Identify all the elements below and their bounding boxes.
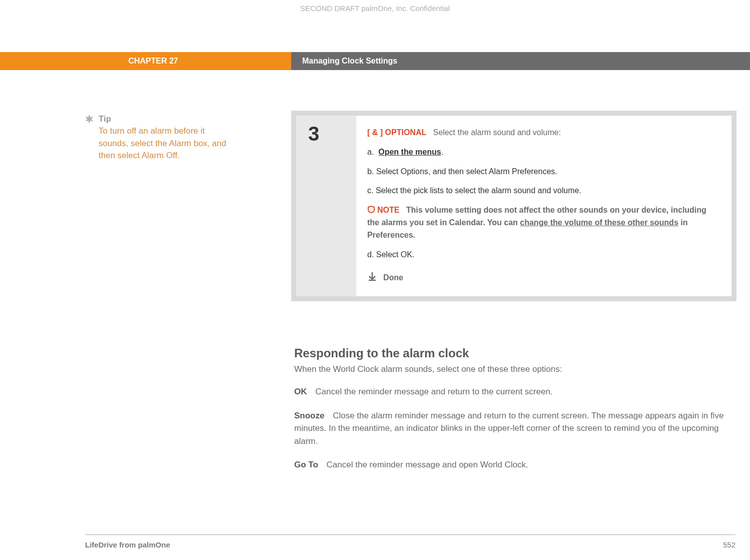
change-volume-link[interactable]: change the volume of these other sounds [520, 218, 678, 227]
chapter-title: Managing Clock Settings [291, 52, 750, 70]
step-number: 3 [308, 123, 356, 145]
option-goto-label: Go To [294, 460, 318, 469]
optional-tag: [ & ] OPTIONAL [367, 128, 426, 137]
step-item-c: c. Select the pick lists to select the a… [367, 185, 717, 197]
tip-label: Tip [99, 114, 230, 124]
option-goto-text: Cancel the reminder message and open Wor… [327, 460, 528, 469]
draft-notice: SECOND DRAFT palmOne, Inc. Confidential [0, 4, 750, 13]
option-goto: Go To Cancel the reminder message and op… [294, 458, 734, 471]
footer-page-number: 552 [723, 540, 735, 549]
chapter-bar: CHAPTER 27 Managing Clock Settings [0, 52, 750, 70]
chapter-label: CHAPTER 27 [0, 52, 291, 70]
step-item-b: b. Select Options, and then select Alarm… [367, 166, 717, 178]
footer-product: LifeDrive from palmOne [85, 540, 170, 549]
note-icon [367, 205, 375, 217]
option-snooze: Snooze Close the alarm reminder message … [294, 409, 734, 448]
note-label: NOTE [377, 206, 399, 214]
option-snooze-text: Close the alarm reminder message and ret… [294, 411, 723, 446]
option-ok-text: Cancel the reminder message and return t… [315, 387, 552, 396]
done-row: Done [367, 271, 717, 285]
step-item-a: a. Open the menus. [367, 146, 717, 159]
option-snooze-label: Snooze [294, 411, 324, 420]
step-item-a-prefix: a. [367, 148, 374, 156]
footer-divider [85, 534, 735, 535]
step-number-column: 3 [296, 116, 356, 296]
step-item-a-suffix: . [441, 148, 443, 156]
down-arrow-icon [367, 271, 377, 285]
option-ok: OK Cancel the reminder message and retur… [294, 385, 734, 398]
tip-body: To turn off an alarm before it sounds, s… [99, 125, 230, 162]
step-item-d: d. Select OK. [367, 249, 717, 261]
main-content: Responding to the alarm clock When the W… [294, 346, 734, 482]
optional-text: Select the alarm sound and volume: [433, 128, 561, 137]
step-content: [ & ] OPTIONAL Select the alarm sound an… [356, 116, 731, 296]
asterisk-icon: ✱ [85, 114, 94, 124]
section-intro: When the World Clock alarm sounds, selec… [294, 364, 734, 374]
note-block: NOTE This volume setting does not affect… [367, 204, 717, 242]
open-menus-link[interactable]: Open the menus [378, 148, 441, 156]
sidebar-tip: ✱ Tip To turn off an alarm before it sou… [85, 114, 230, 162]
option-ok-label: OK [294, 387, 307, 396]
footer: LifeDrive from palmOne 552 [85, 540, 735, 549]
done-label: Done [383, 272, 403, 284]
section-heading: Responding to the alarm clock [294, 346, 734, 360]
step-box: 3 [ & ] OPTIONAL Select the alarm sound … [291, 111, 736, 301]
